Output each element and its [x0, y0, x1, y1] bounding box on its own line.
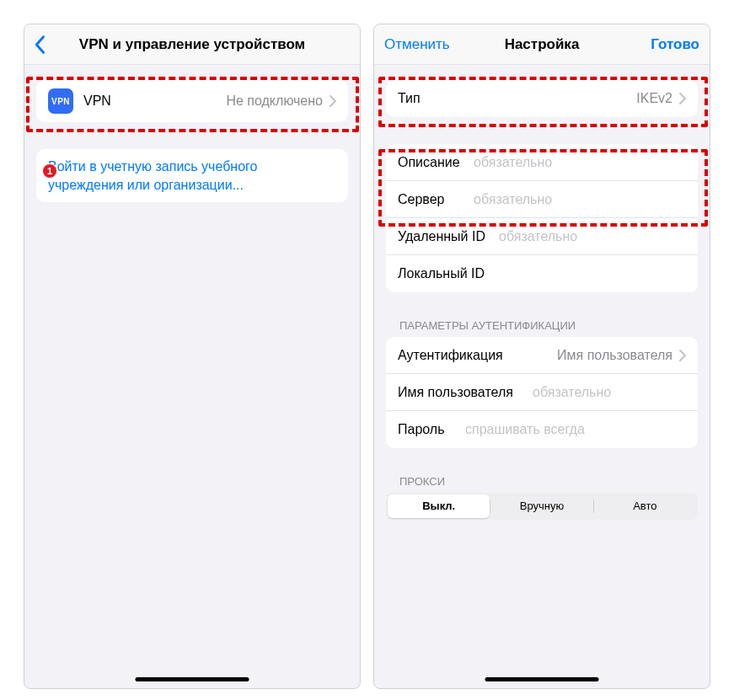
proxy-off[interactable]: Выкл.: [388, 494, 490, 518]
type-value: IKEv2: [636, 91, 672, 106]
type-row[interactable]: Тип IKEv2: [386, 80, 698, 117]
navbar-right: Отменить Настройка Готово: [374, 24, 710, 65]
chevron-right-icon: [679, 350, 686, 361]
vpn-label: VPN: [83, 94, 111, 109]
localid-row[interactable]: Локальный ID: [386, 255, 698, 292]
password-input[interactable]: спрашивать всегда: [465, 422, 686, 437]
signin-link-text: Войти в учетную запись учебного учрежден…: [48, 158, 336, 194]
type-label: Тип: [398, 91, 421, 106]
home-indicator: [485, 677, 599, 681]
cancel-button[interactable]: Отменить: [384, 36, 450, 53]
proxy-manual[interactable]: Вручную: [490, 494, 592, 518]
auth-label: Аутентификация: [398, 348, 524, 363]
page-title-left: VPN и управление устройством: [24, 36, 360, 53]
vpn-status: Не подключено: [226, 94, 323, 109]
back-button[interactable]: [35, 35, 46, 55]
server-label: Сервер: [398, 192, 474, 207]
server-input[interactable]: обязательно: [474, 192, 686, 207]
left-screen: VPN и управление устройством VPN VPN Не …: [24, 24, 361, 689]
description-label: Описание: [398, 155, 474, 170]
proxy-section-header: ПРОКСИ: [374, 475, 710, 493]
home-indicator: [136, 677, 249, 681]
chevron-right-icon: [329, 95, 336, 107]
auth-value: Имя пользователя: [557, 348, 672, 363]
signin-link[interactable]: Войти в учетную запись учебного учрежден…: [36, 149, 348, 202]
localid-label: Локальный ID: [398, 266, 499, 281]
description-input[interactable]: обязательно: [474, 155, 686, 170]
proxy-segmented[interactable]: Выкл. Вручную Авто: [386, 493, 698, 520]
password-label: Пароль: [398, 422, 465, 437]
remoteid-row[interactable]: Удаленный ID обязательно: [386, 218, 698, 255]
auth-row[interactable]: Аутентификация Имя пользователя: [386, 337, 698, 374]
vpn-icon: VPN: [48, 88, 73, 114]
right-screen: Отменить Настройка Готово Тип IKEv2 Опис…: [373, 24, 710, 689]
vpn-row[interactable]: VPN VPN Не подключено: [36, 80, 348, 122]
annotation-step-1: 1: [42, 163, 57, 179]
auth-section-header: ПАРАМЕТРЫ АУТЕНТИФИКАЦИИ: [374, 319, 710, 337]
proxy-auto[interactable]: Авто: [594, 494, 696, 518]
navbar-left: VPN и управление устройством: [24, 24, 360, 65]
username-label: Имя пользователя: [398, 385, 533, 400]
username-input[interactable]: обязательно: [533, 385, 686, 400]
server-row[interactable]: Сервер обязательно: [386, 181, 698, 218]
chevron-right-icon: [679, 93, 686, 104]
done-button[interactable]: Готово: [651, 36, 699, 53]
remoteid-input[interactable]: обязательно: [499, 229, 686, 244]
password-row[interactable]: Пароль спрашивать всегда: [386, 411, 698, 448]
username-row[interactable]: Имя пользователя обязательно: [386, 374, 698, 411]
remoteid-label: Удаленный ID: [398, 229, 499, 244]
description-row[interactable]: Описание обязательно: [386, 144, 698, 181]
